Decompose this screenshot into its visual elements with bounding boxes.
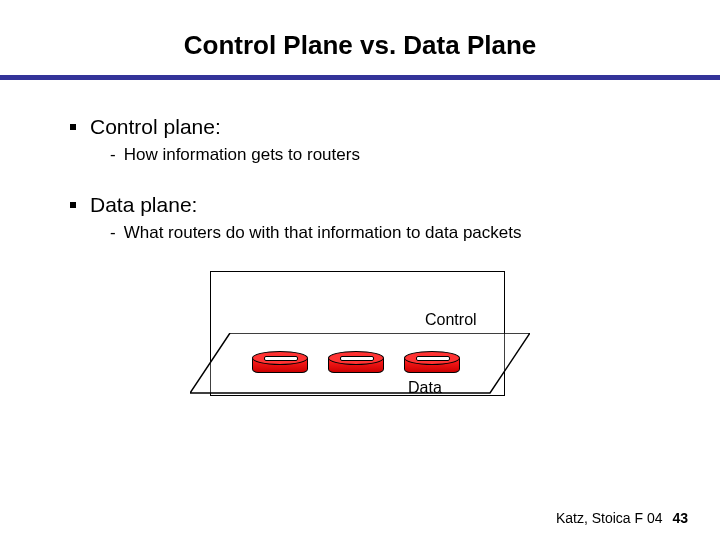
router-icon [252,351,308,373]
router-icon [404,351,460,373]
page-number: 43 [672,510,688,526]
sub-bullet-2-text: What routers do with that information to… [124,223,522,243]
footer-attribution: Katz, Stoica F 04 [556,510,663,526]
sub-bullet-2: - What routers do with that information … [110,223,650,243]
dash-icon: - [110,223,116,243]
bullet-1-heading: Control plane: [90,115,221,139]
sub-bullet-1: - How information gets to routers [110,145,650,165]
square-bullet-icon [70,124,76,130]
data-label: Data [408,379,442,397]
control-label: Control [425,311,477,329]
square-bullet-icon [70,202,76,208]
router-icon [328,351,384,373]
content-area: Control plane: - How information gets to… [0,80,720,416]
slide-title: Control Plane vs. Data Plane [0,0,720,75]
footer: Katz, Stoica F 04 43 [556,510,688,526]
sub-bullet-1-text: How information gets to routers [124,145,360,165]
dash-icon: - [110,145,116,165]
bullet-1: Control plane: [70,115,650,139]
bullet-2: Data plane: [70,193,650,217]
planes-diagram: Control Data [190,271,530,416]
bullet-2-heading: Data plane: [90,193,197,217]
